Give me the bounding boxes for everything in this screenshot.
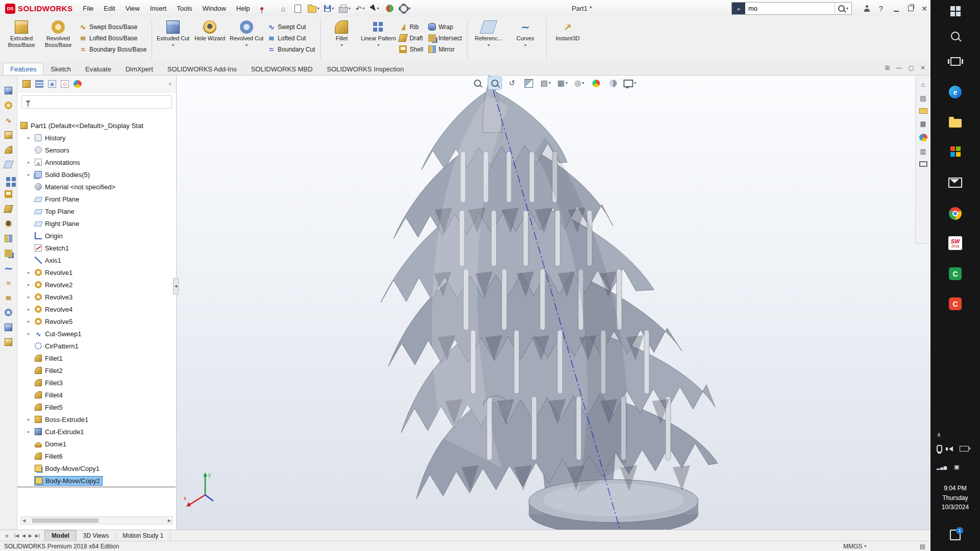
reference-caret-icon[interactable]: ▾ — [487, 43, 489, 47]
tree-filter-input[interactable] — [34, 98, 168, 106]
fillet-caret-icon[interactable]: ▾ — [340, 43, 342, 47]
draft-button[interactable]: Draft — [399, 34, 423, 42]
left-dock-icon[interactable] — [5, 190, 12, 198]
tree-item[interactable]: ▸History — [17, 132, 176, 144]
boundary-cut-button[interactable]: Boundary Cut — [267, 45, 315, 54]
swept-boss-base-button[interactable]: Swept Boss/Base — [79, 22, 146, 31]
restore-document-icon[interactable]: ▢ — [909, 64, 914, 71]
expand-arrow-icon[interactable]: ▸ — [28, 417, 35, 422]
left-dock-icon[interactable] — [4, 205, 13, 213]
expand-arrow-icon[interactable]: ▸ — [28, 282, 35, 287]
chrome-button[interactable] — [930, 207, 980, 220]
curves-caret-icon[interactable]: ▾ — [524, 43, 526, 47]
tree-item[interactable]: ▸Cut-Sweep1 — [17, 328, 176, 340]
tab-sketch[interactable]: Sketch — [43, 63, 78, 75]
mirror-button[interactable]: Mirror — [428, 45, 462, 54]
search-go[interactable]: ▾ — [835, 3, 851, 14]
taskbar-search-button[interactable] — [930, 32, 980, 40]
revolved-cut-button[interactable]: Revolved Cut ▾ — [228, 19, 265, 61]
undo-button[interactable]: ↶▾ — [354, 3, 367, 15]
display-style-button[interactable]: ▦▾ — [556, 77, 569, 89]
left-dock-icon[interactable] — [5, 102, 12, 109]
solidworks-2018-button[interactable]: SW 2018 — [930, 236, 980, 250]
tree-item[interactable]: ▸Revolve5 — [17, 315, 176, 328]
units-selector[interactable]: MMGS▾ — [843, 543, 866, 550]
expand-arrow-icon[interactable]: ▸ — [28, 160, 35, 165]
tag-editor-icon[interactable]: ▤ — [920, 543, 925, 550]
zoom-to-fit-button[interactable] — [471, 77, 484, 89]
tree-item[interactable]: ▸Solid Bodies(5) — [17, 168, 176, 181]
revolved-boss-base-button[interactable]: Revolved Boss/Base — [40, 19, 77, 61]
home-button[interactable]: ⌂ — [277, 3, 290, 15]
mail-button[interactable] — [930, 178, 980, 188]
intersect-button[interactable]: Intersect — [428, 34, 462, 42]
appearances-tab-icon[interactable] — [919, 134, 927, 141]
battery-icon[interactable] — [960, 446, 969, 452]
view-settings-button[interactable]: ▾ — [623, 77, 636, 89]
model-canvas[interactable] — [177, 76, 930, 530]
menu-insert[interactable]: Insert — [145, 5, 172, 12]
tree-item[interactable]: ▸Revolve2 — [17, 279, 176, 291]
expand-arrow-icon[interactable]: ▸ — [28, 294, 35, 299]
left-dock-icon[interactable] — [5, 146, 12, 154]
ethernet-icon[interactable] — [954, 462, 959, 471]
tree-item[interactable]: ▸Revolve3 — [17, 291, 176, 303]
tree-item[interactable]: ▸Cut-Extrude1 — [17, 425, 176, 438]
next-tab-icon[interactable]: ▶ — [28, 533, 33, 538]
print-button[interactable]: ▾ — [337, 3, 352, 15]
close-document-icon[interactable]: ✕ — [920, 64, 925, 71]
microphone-icon[interactable] — [937, 445, 942, 453]
minimize-button[interactable] — [890, 0, 902, 17]
left-dock-icon[interactable] — [5, 249, 12, 257]
tree-item[interactable]: CirPattern1 — [17, 340, 176, 352]
help-button[interactable]: ? — [875, 0, 887, 17]
tree-item[interactable]: Fillet2 — [17, 364, 176, 377]
configuration-manager-tab-icon[interactable] — [48, 80, 56, 88]
open-caret-icon[interactable]: ▾ — [317, 7, 320, 11]
tree-item[interactable]: Fillet1 — [17, 352, 176, 364]
signal-bars-icon[interactable] — [937, 462, 947, 471]
undo-caret-icon[interactable]: ▾ — [362, 7, 364, 11]
minimize-document-icon[interactable]: — — [896, 64, 902, 71]
menu-help[interactable]: Help — [231, 5, 255, 12]
boundary-boss-base-button[interactable]: Boundary Boss/Base — [79, 45, 146, 54]
tree-horizontal-scrollbar[interactable]: ◀ ▶ — [20, 516, 173, 524]
orange-c-app-button[interactable]: C — [930, 297, 980, 310]
linear-pattern-button[interactable]: Linear Pattern ▾ — [360, 19, 397, 61]
menu-file[interactable]: File — [78, 5, 99, 12]
linear-pattern-caret-icon[interactable]: ▾ — [377, 43, 379, 47]
tree-item[interactable]: ▸Boss-Extrude1 — [17, 413, 176, 425]
left-dock-icon[interactable] — [5, 116, 12, 124]
view-palette-tab-icon[interactable]: ▦ — [919, 120, 927, 128]
left-dock-icon[interactable] — [5, 279, 12, 287]
edge-browser-button[interactable] — [930, 86, 980, 98]
tab-dimxpert[interactable]: DimXpert — [118, 63, 160, 75]
manager-overflow-chevron-icon[interactable]: › — [169, 80, 171, 87]
start-button[interactable] — [930, 6, 980, 16]
property-manager-tab-icon[interactable] — [35, 80, 43, 88]
custom-properties-tab-icon[interactable]: ▥ — [919, 147, 927, 155]
expand-arrow-icon[interactable]: ▸ — [28, 135, 35, 140]
tab-solidworks-mbd[interactable]: SOLIDWORKS MBD — [244, 63, 320, 75]
close-button[interactable]: ✕ — [918, 0, 930, 17]
tab-solidworks-add-ins[interactable]: SOLIDWORKS Add-Ins — [160, 63, 244, 75]
caret-icon[interactable]: ▾ — [549, 81, 551, 85]
menu-tools[interactable]: Tools — [172, 5, 197, 12]
tab-3d-views[interactable]: 3D Views — [77, 531, 116, 541]
left-dock-icon[interactable] — [5, 264, 12, 272]
left-dock-icon[interactable] — [5, 220, 12, 228]
cascade-window-icon[interactable]: ⊞ — [885, 64, 890, 71]
show-hidden-icons-button[interactable]: ∧ — [937, 431, 941, 438]
restore-button[interactable] — [904, 0, 917, 17]
expand-tabs-chevron-icon[interactable]: » — [0, 532, 14, 539]
instant3d-button[interactable]: Instant3D — [549, 19, 586, 61]
expand-arrow-icon[interactable]: ▸ — [28, 429, 35, 434]
select-caret-icon[interactable]: ▾ — [377, 7, 379, 11]
scroll-left-icon[interactable]: ◀ — [21, 518, 27, 523]
open-button[interactable]: ▾ — [306, 3, 321, 15]
first-tab-icon[interactable]: |◀ — [14, 533, 19, 538]
tab-evaluate[interactable]: Evaluate — [78, 63, 118, 75]
curves-button[interactable]: Curves ▾ — [507, 19, 544, 61]
task-view-button[interactable] — [930, 57, 980, 66]
tree-item[interactable]: Axis1 — [17, 254, 176, 266]
